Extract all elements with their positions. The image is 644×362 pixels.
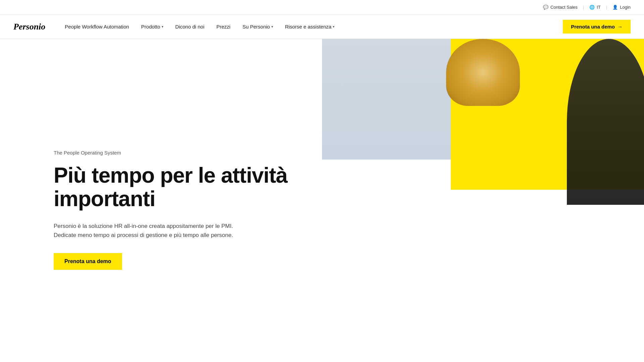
hero-image: [322, 39, 644, 341]
login-label: Login: [620, 5, 631, 10]
logo[interactable]: Personio: [13, 22, 45, 32]
user-icon: 👤: [612, 5, 618, 10]
su-personio-chevron-icon: ▾: [271, 25, 273, 28]
nav-item-dicono[interactable]: Dicono di noi: [169, 15, 211, 39]
risorse-chevron-icon: ▾: [333, 25, 334, 28]
prodotto-chevron-icon: ▾: [162, 25, 163, 28]
language-label: IT: [597, 5, 601, 10]
nav-item-prodotto[interactable]: Prodotto ▾: [135, 15, 169, 39]
language-selector[interactable]: 🌐 IT: [589, 5, 601, 10]
hero-title: Più tempo per le attività importanti: [54, 164, 309, 211]
hero-eyebrow: The People Operating System: [54, 150, 309, 156]
nav-item-prezzi[interactable]: Prezzi: [210, 15, 236, 39]
globe-icon: 🌐: [589, 5, 595, 10]
hero-section: The People Operating System Più tempo pe…: [0, 39, 644, 341]
login-link[interactable]: 👤 Login: [612, 5, 631, 10]
nav-links: People Workflow Automation Prodotto ▾ Di…: [59, 15, 563, 39]
nav-label-prodotto: Prodotto: [141, 24, 160, 29]
nav-label-su-personio: Su Personio: [243, 24, 270, 29]
top-bar: 💬 Contact Sales | 🌐 IT | 👤 Login: [0, 0, 644, 15]
contact-sales-label: Contact Sales: [550, 5, 578, 10]
nav-cta-button[interactable]: Prenota una demo →: [563, 20, 631, 34]
person-head-blond: [446, 39, 520, 106]
nav-cta-arrow-icon: →: [618, 24, 623, 29]
separator-2: |: [603, 5, 610, 10]
hero-content: The People Operating System Più tempo pe…: [0, 39, 322, 341]
nav-item-risorse[interactable]: Risorse e assistenza ▾: [279, 15, 340, 39]
nav-cta-label: Prenota una demo: [571, 24, 615, 29]
nav-item-su-personio[interactable]: Su Personio ▾: [236, 15, 279, 39]
separator-1: |: [580, 5, 587, 10]
nav-label-people-workflow: People Workflow Automation: [65, 24, 129, 29]
nav-label-risorse: Risorse e assistenza: [285, 24, 331, 29]
hero-description: Personio è la soluzione HR all-in-one cr…: [54, 222, 235, 240]
nav-label-prezzi: Prezzi: [216, 24, 230, 29]
contact-sales-link[interactable]: 💬 Contact Sales: [543, 5, 578, 10]
navbar: Personio People Workflow Automation Prod…: [0, 15, 644, 39]
nav-item-people-workflow[interactable]: People Workflow Automation: [59, 15, 135, 39]
hero-cta-button[interactable]: Prenota una demo: [54, 253, 122, 270]
hero-image-inner: [322, 39, 644, 341]
nav-label-dicono: Dicono di noi: [175, 24, 205, 29]
person-dark-hair: [567, 39, 644, 205]
chat-icon: 💬: [543, 5, 548, 10]
